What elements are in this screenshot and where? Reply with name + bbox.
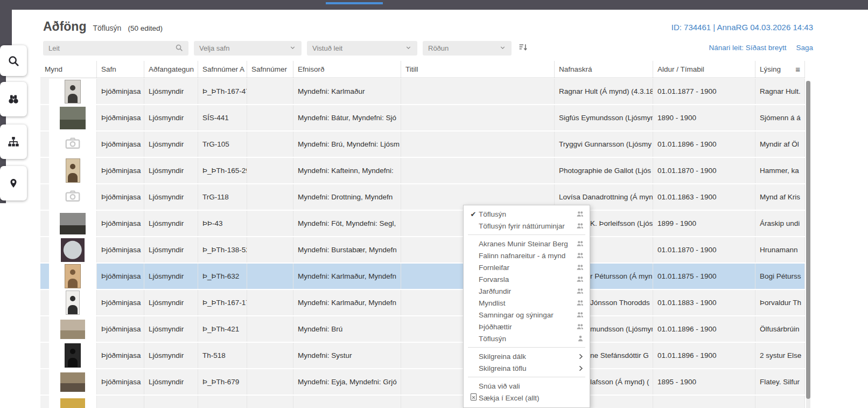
photo-thumbnail[interactable] — [60, 372, 85, 392]
photo-thumbnail[interactable] — [60, 213, 86, 234]
photo-thumbnail[interactable] — [65, 343, 81, 368]
table-row[interactable] — [40, 396, 805, 408]
photo-thumbnail[interactable] — [65, 80, 81, 103]
cell-lysing: Sjómenn á á — [755, 105, 805, 130]
cell-tegund: Ljósmyndir — [144, 158, 198, 183]
scrollbar-thumb[interactable] — [806, 81, 810, 399]
cell-safn: Þjóðminjasa — [97, 369, 144, 395]
collection-dropdown-label: Velja safn — [199, 44, 289, 52]
menu-item--j-h-ttir[interactable]: Þjóðhættir — [464, 321, 590, 333]
record-id-link[interactable]: ID: 734461 | AnnaRG 04.03.2026 14:43 — [671, 23, 813, 32]
column-header-safn[interactable]: Safn — [97, 61, 144, 78]
cell-nr_a: Þ_ÞTh-679 — [198, 369, 247, 395]
people-icon — [576, 287, 584, 295]
sort-direction-button[interactable] — [517, 41, 529, 56]
menu-item-jar-fundir[interactable]: Jarðfundir — [464, 285, 590, 297]
table-row[interactable]: ÞjóðminjasaLjósmyndirTh-518Myndefni: Sys… — [40, 343, 805, 368]
cell-aldur: 01.01.1863 - 1900 — [653, 184, 755, 210]
table-row[interactable]: ÞjóðminjasaLjósmyndirÞ_ÞTh-167-17Myndefn… — [40, 290, 805, 315]
column-header-nafnaskr-[interactable]: Nafnaskrá — [555, 61, 653, 78]
table-row[interactable]: ÞjóðminjasaLjósmyndirÞ_ÞTh-679Myndefni: … — [40, 369, 805, 395]
chevron-right-icon — [577, 353, 584, 360]
table-row[interactable]: ÞjóðminjasaLjósmyndirÞ_ÞTh-421Myndefni: … — [40, 316, 805, 342]
menu-divider — [468, 347, 585, 348]
cell-safn: Þjóðminjasa — [97, 316, 144, 342]
search-field[interactable] — [43, 41, 188, 56]
cell-nafnaskra: Photographie de Gallot (Ljós — [555, 158, 653, 183]
cell-lysing: Myndir af Öl — [755, 132, 805, 157]
table-row[interactable]: ÞjóðminjasaLjósmyndirÞ_ÞTh-167-47Myndefn… — [40, 79, 805, 104]
cell-nr_a: Þ_ÞTh-138-52 — [198, 237, 247, 262]
cell-tegund: Ljósmyndir — [144, 105, 198, 130]
cell-nr_a: Þ_ÞTh-632 — [198, 264, 247, 289]
table-row[interactable]: ÞjóðminjasaLjósmyndirTrG-105Myndefni: Br… — [40, 132, 805, 157]
sidebar-location-button[interactable] — [0, 166, 27, 200]
menu-item-label: Skilgreina dálk — [479, 352, 573, 361]
cell-efnisord: Myndefni: Föt, Myndefni: Segl, — [293, 211, 401, 236]
column-settings-icon[interactable]: ≡ — [795, 65, 800, 73]
menu-item-skilgreina-d-lk[interactable]: Skilgreina dálk — [464, 350, 590, 362]
sidebar-browse-button[interactable] — [0, 82, 27, 116]
search-icon — [8, 55, 19, 67]
menu-item-skilgreina-t-flu[interactable]: Skilgreina töflu — [464, 362, 590, 374]
column-header-mynd[interactable]: Mynd — [40, 61, 97, 78]
menu-item-t-flus-n-fyrir-n-tt-ruminjar[interactable]: Töflusýn fyrir náttúruminjar — [464, 220, 590, 232]
menu-item-samningar-og-s-ningar[interactable]: Samningar og sýningar — [464, 309, 590, 321]
table-row[interactable]: ÞjóðminjasaLjósmyndirÞ_ÞTh-165-29Myndefn… — [40, 158, 805, 183]
saved-search-dropdown[interactable]: Vistuð leit — [307, 41, 417, 56]
cell-mynd — [40, 105, 97, 130]
menu-item-akranes-munir-steinar-berg[interactable]: Akranes Munir Steinar Berg — [464, 238, 590, 250]
photo-thumbnail[interactable] — [65, 264, 81, 288]
menu-item-sn-a-vi-vali[interactable]: Snúa við vali — [464, 380, 590, 392]
column-header-a-fangategun[interactable]: Aðfangategun — [144, 61, 198, 78]
table-row[interactable]: ÞjóðminjasaLjósmyndirÞÞ-43Myndefni: Föt,… — [40, 211, 805, 236]
thumbnail-container — [49, 264, 96, 289]
column-header-safnn-mer-a[interactable]: Safnnúmer A — [198, 61, 247, 78]
table-row-selected[interactable]: ÞjóðminjasaLjósmyndirÞ_ÞTh-632Myndefni: … — [40, 264, 805, 289]
cell-aldur — [653, 396, 755, 408]
table-row[interactable]: ÞjóðminjasaLjósmyndirSÍS-441Myndefni: Bá… — [40, 105, 805, 130]
cell-nr — [247, 132, 293, 157]
history-link[interactable]: Saga — [796, 44, 813, 52]
menu-item-s-kja-excel-allt-[interactable]: Sækja í Excel (allt) — [464, 392, 590, 404]
menu-item-falinn-nafnareitur-mynd[interactable]: Falinn nafnareitur - á mynd — [464, 250, 590, 261]
advanced-search-link[interactable]: Nánari leit: Síðast breytt — [709, 44, 786, 52]
cell-safn: Þjóðminjasa — [97, 343, 144, 368]
menu-item-forvarsla[interactable]: Forvarsla — [464, 273, 590, 285]
photo-thumbnail[interactable] — [66, 291, 80, 315]
cell-nr_a: Th-518 — [198, 343, 247, 368]
collection-dropdown[interactable]: Velja safn — [194, 41, 302, 56]
column-header-aldur-t-mabil[interactable]: Aldur / Tímabil — [653, 61, 755, 78]
search-input[interactable] — [48, 44, 175, 52]
column-header-efnisor-[interactable]: Efnisorð — [293, 61, 401, 78]
map-pin-icon — [9, 178, 18, 189]
sidebar-hierarchy-button[interactable] — [0, 125, 27, 159]
cell-nr_a: Þ_ÞTh-421 — [198, 316, 247, 342]
menu-item-label: Samningar og sýningar — [479, 311, 572, 319]
column-header-l-sing[interactable]: Lýsing≡ — [755, 61, 805, 78]
menu-item-t-flus-n[interactable]: Töflusýn — [464, 333, 590, 344]
column-header-safnn-mer[interactable]: Safnnúmer — [247, 61, 293, 78]
photo-thumbnail[interactable] — [61, 238, 85, 262]
cell-mynd — [40, 290, 97, 315]
menu-item-myndlist[interactable]: Myndlist — [464, 297, 590, 309]
sidebar-search-button[interactable] — [0, 45, 27, 76]
sort-dropdown[interactable]: Röðun — [423, 41, 512, 56]
menu-item-label: Þjóðhættir — [479, 323, 572, 331]
cell-efnisord: Myndefni: Kafteinn, Myndefni: — [293, 158, 401, 183]
photo-thumbnail[interactable] — [60, 320, 85, 339]
column-header-titill[interactable]: Titill — [401, 61, 555, 78]
menu-item-t-flus-n[interactable]: ✔Töflusýn — [464, 208, 590, 220]
photo-thumbnail[interactable] — [66, 158, 80, 183]
menu-item-fornleifar[interactable]: Fornleifar — [464, 261, 590, 273]
cell-titill — [401, 132, 555, 157]
cell-safn: Þjóðminjasa — [97, 105, 144, 130]
cell-aldur: 01.01.1896 - 1900 — [653, 316, 755, 342]
people-icon — [576, 240, 584, 247]
table-row[interactable]: ÞjóðminjasaLjósmyndirÞ_ÞTh-138-52Myndefn… — [40, 237, 805, 262]
table-row[interactable]: ÞjóðminjasaLjósmyndirTrG-118Myndefni: Dr… — [40, 184, 805, 210]
table-scrollbar[interactable] — [806, 81, 810, 408]
photo-thumbnail[interactable] — [60, 398, 85, 408]
photo-thumbnail[interactable] — [60, 107, 86, 129]
cell-lysing: 2 systur Else — [755, 343, 805, 368]
